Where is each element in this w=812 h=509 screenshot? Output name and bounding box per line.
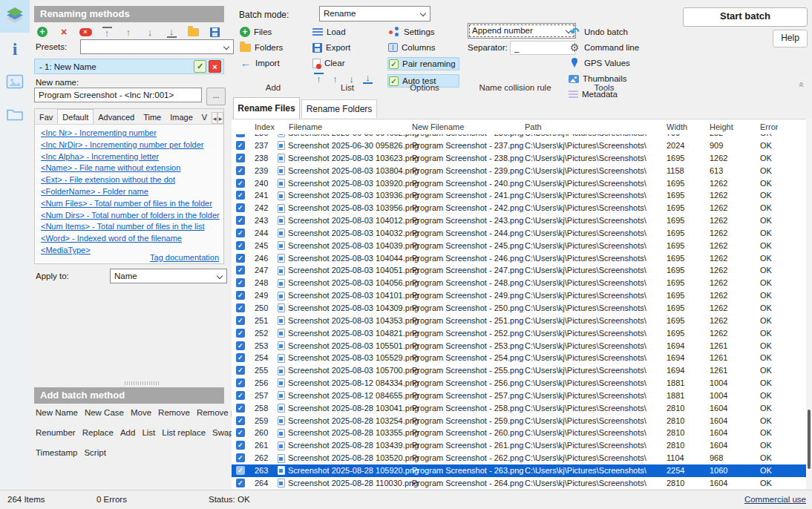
- table-row[interactable]: 259 Screenshot 2025-08-28 103254.png Pro…: [232, 415, 806, 427]
- row-checkbox[interactable]: [236, 316, 245, 325]
- apply-to-dropdown[interactable]: Name: [110, 269, 227, 283]
- row-checkbox[interactable]: [236, 154, 245, 162]
- toolbar-button[interactable]: Undo batch: [568, 26, 642, 38]
- table-row[interactable]: 246 Screenshot 2025-08-03 104044.png Pro…: [232, 252, 806, 265]
- presets-dropdown[interactable]: [80, 39, 234, 54]
- table-row[interactable]: 244 Screenshot 2025-08-03 104032.png Pro…: [232, 227, 806, 240]
- row-checkbox[interactable]: [236, 229, 245, 237]
- toolbar-button[interactable]: Folders: [239, 42, 286, 53]
- methods-toolbar-button[interactable]: [57, 25, 71, 39]
- move-top-icon[interactable]: [314, 73, 324, 84]
- toolbar-button[interactable]: Files: [239, 26, 286, 38]
- tab-rename-files[interactable]: Rename Files: [233, 97, 300, 119]
- row-checkbox[interactable]: [236, 303, 245, 312]
- sidebar-item-folder[interactable]: [0, 98, 30, 131]
- column-header-error[interactable]: Error: [760, 121, 778, 134]
- table-row[interactable]: 252 Screenshot 2025-08-03 104821.png Pro…: [232, 327, 806, 340]
- row-checkbox[interactable]: [236, 391, 245, 400]
- row-checkbox[interactable]: [236, 141, 245, 150]
- toolbar-button[interactable]: Columns: [387, 42, 459, 53]
- tag-link[interactable]: <Num Items> - Total number of files in t…: [41, 221, 217, 233]
- table-row[interactable]: 241 Screenshot 2025-08-03 103936.png Pro…: [232, 189, 806, 202]
- row-checkbox[interactable]: [236, 479, 245, 487]
- add-method-replace[interactable]: Replace: [82, 428, 114, 437]
- toolbar-button[interactable]: Pair renaming: [387, 57, 459, 70]
- sidebar-item-image[interactable]: [0, 65, 30, 98]
- table-row[interactable]: 253 Screenshot 2025-08-03 105501.png Pro…: [232, 340, 806, 352]
- table-row[interactable]: 240 Screenshot 2025-08-03 103920.png Pro…: [232, 177, 806, 190]
- add-method-list[interactable]: List: [142, 428, 155, 437]
- panel-splitter-handle[interactable]: [125, 381, 159, 385]
- add-method-move[interactable]: Move: [131, 408, 151, 417]
- tab-scroll-left-icon[interactable]: ◀: [212, 112, 217, 124]
- add-method-script[interactable]: Script: [84, 448, 105, 457]
- table-row[interactable]: 239 Screenshot 2025-08-03 103804.png Pro…: [232, 165, 806, 177]
- tag-tab[interactable]: Default: [57, 109, 94, 124]
- row-checkbox[interactable]: [236, 453, 245, 462]
- add-method-timestamp[interactable]: Timestamp: [36, 448, 77, 457]
- add-method-list-replace[interactable]: List replace: [162, 428, 206, 437]
- column-header-path[interactable]: Path: [525, 121, 542, 134]
- move-bottom-icon[interactable]: [363, 73, 373, 84]
- add-method-add[interactable]: Add: [120, 428, 135, 437]
- tab-rename-folders[interactable]: Rename Folders: [301, 99, 377, 118]
- table-row[interactable]: 251 Screenshot 2025-08-03 104353.png Pro…: [232, 315, 806, 327]
- table-row[interactable]: 258 Screenshot 2025-08-28 103041.png Pro…: [232, 402, 806, 415]
- commercial-use-link[interactable]: Commercial use: [744, 495, 806, 504]
- start-batch-button[interactable]: Start batch: [683, 7, 808, 27]
- methods-toolbar-button[interactable]: [208, 25, 221, 39]
- table-row[interactable]: 254 Screenshot 2025-08-03 105529.png Pro…: [232, 352, 806, 364]
- tag-link[interactable]: <Ext> - File extension without the dot: [41, 174, 217, 186]
- separator-input[interactable]: _: [510, 41, 575, 55]
- table-row[interactable]: 262 Screenshot 2025-08-28 103520.png Pro…: [232, 452, 806, 464]
- tag-tab[interactable]: Image: [166, 111, 197, 124]
- toolbar-button[interactable]: Settings: [387, 26, 459, 38]
- row-checkbox[interactable]: [236, 166, 245, 175]
- row-checkbox[interactable]: [236, 254, 245, 263]
- table-row[interactable]: 243 Screenshot 2025-08-03 104012.png Pro…: [232, 214, 806, 227]
- browse-button[interactable]: ...: [206, 88, 226, 105]
- table-row[interactable]: 263 Screenshot 2025-08-28 105920.png Pro…: [232, 464, 806, 477]
- row-checkbox[interactable]: [236, 216, 245, 225]
- tag-tab[interactable]: Fav: [35, 111, 57, 124]
- table-row[interactable]: 264 Screenshot 2025-08-28 110030.png Pro…: [232, 477, 806, 490]
- table-row[interactable]: 256 Screenshot 2025-08-12 084334.png Pro…: [232, 377, 806, 390]
- tag-link[interactable]: <Inc Nr> - Incrementing number: [41, 128, 217, 139]
- table-row[interactable]: 257 Screenshot 2025-08-12 084655.png Pro…: [232, 390, 806, 402]
- row-checkbox[interactable]: [236, 466, 245, 475]
- new-name-input[interactable]: Program Screenshot - <Inc Nr:001>: [34, 88, 202, 102]
- tab-scroll-right-icon[interactable]: ▶: [217, 112, 223, 124]
- table-row[interactable]: 250 Screenshot 2025-08-03 104309.png Pro…: [232, 302, 806, 315]
- column-header-filename[interactable]: Filename: [289, 121, 322, 134]
- methods-toolbar-button[interactable]: [122, 25, 135, 39]
- toolbar-button[interactable]: Clear: [312, 57, 353, 69]
- table-row[interactable]: 260 Screenshot 2025-08-28 103355.png Pro…: [232, 427, 806, 439]
- add-method-swap[interactable]: Swap: [212, 428, 234, 437]
- help-button[interactable]: Help: [773, 30, 808, 47]
- row-checkbox[interactable]: [236, 266, 245, 275]
- row-checkbox[interactable]: [236, 291, 245, 300]
- row-checkbox[interactable]: [236, 134, 245, 137]
- tag-documentation-link[interactable]: Tag documentation: [150, 253, 219, 262]
- column-header-index[interactable]: Index: [255, 121, 275, 134]
- row-checkbox[interactable]: [236, 329, 245, 338]
- table-row[interactable]: 247 Screenshot 2025-08-03 104051.png Pro…: [232, 264, 806, 277]
- table-row[interactable]: 245 Screenshot 2025-08-03 104039.png Pro…: [232, 240, 806, 252]
- tag-link[interactable]: <Num Dirs> - Total number of folders in …: [41, 210, 217, 222]
- row-checkbox[interactable]: [236, 179, 245, 188]
- toolbar-button[interactable]: Import: [239, 57, 286, 69]
- row-checkbox[interactable]: [236, 278, 245, 287]
- tag-link[interactable]: <Word> - Indexed word of the filename: [41, 233, 217, 245]
- tag-tab[interactable]: V: [197, 111, 212, 124]
- clipped-table-row[interactable]: 236 Screenshot 2025-06-30 094602.png Pro…: [232, 134, 806, 139]
- column-header-new-filename[interactable]: New Filename: [412, 121, 464, 134]
- scrollbar-thumb[interactable]: [808, 410, 811, 469]
- row-checkbox[interactable]: [236, 441, 245, 450]
- methods-toolbar-button[interactable]: [143, 25, 157, 39]
- column-header-width[interactable]: Width: [667, 121, 687, 134]
- row-checkbox[interactable]: [236, 428, 245, 437]
- row-checkbox[interactable]: [236, 353, 245, 362]
- row-checkbox[interactable]: [236, 191, 245, 200]
- batch-mode-dropdown[interactable]: Rename: [319, 6, 430, 22]
- table-row[interactable]: 261 Screenshot 2025-08-28 103439.png Pro…: [232, 439, 806, 452]
